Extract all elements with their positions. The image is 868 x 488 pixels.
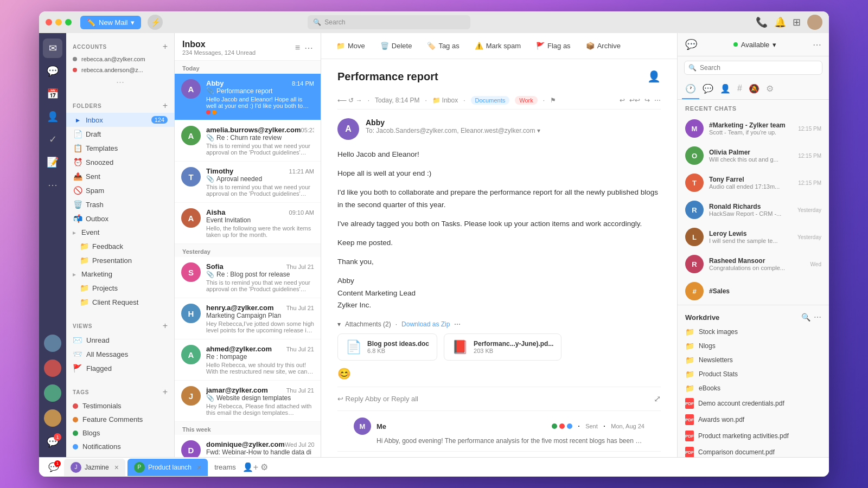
- chat-bottom-icon[interactable]: 💬: [46, 459, 62, 476]
- workdrive-file-demo[interactable]: PDF Demo account credentials.pdf: [678, 395, 829, 412]
- email-item-abby[interactable]: A Abby 8:14 PM 📎 Performance report Hell…: [175, 74, 321, 120]
- sidebar-icon-tasks[interactable]: ✓: [43, 130, 62, 149]
- move-button[interactable]: 📁 Move: [330, 38, 372, 53]
- minimize-button[interactable]: [55, 19, 62, 25]
- sidebar-avatar-4[interactable]: [44, 409, 61, 427]
- accounts-collapse[interactable]: ···: [66, 75, 174, 89]
- folder-snoozed[interactable]: ⏰ Snoozed: [66, 155, 174, 169]
- attachments-more-icon[interactable]: ⋯: [454, 320, 461, 328]
- reply-icon[interactable]: ↩: [620, 97, 625, 104]
- workdrive-search-icon[interactable]: 🔍: [801, 313, 810, 322]
- user-avatar[interactable]: [807, 15, 822, 30]
- more-panel-icon[interactable]: ⋯: [813, 40, 821, 50]
- sidebar-icon-chat-bottom[interactable]: 💬 1: [43, 432, 62, 452]
- phone-icon[interactable]: 📞: [756, 16, 768, 28]
- new-mail-dropdown-icon[interactable]: ▾: [131, 18, 135, 27]
- forward-flag-icon[interactable]: ⚑: [550, 97, 556, 104]
- attachment-pdf[interactable]: 📕 Performanc...y-June).pd... 203 KB: [444, 333, 561, 361]
- new-mail-button[interactable]: ✏️ New Mail ▾: [80, 16, 141, 29]
- reply-expand-icon[interactable]: ⤢: [654, 394, 661, 404]
- workdrive-folder-ebooks[interactable]: 📁 eBooks: [678, 381, 829, 395]
- chat-item-marketing[interactable]: M #Marketing - Zylker team Scott - Team,…: [678, 115, 829, 142]
- email-tag-work[interactable]: Work: [515, 96, 537, 105]
- thread-item-me[interactable]: M Me · Sent · Mon, Aug 24 Hi Abby, good …: [337, 410, 661, 451]
- reply-link[interactable]: ↩ Reply Abby or Reply all: [337, 395, 418, 403]
- delete-button[interactable]: 🗑️ Delete: [374, 38, 419, 53]
- tab-contacts[interactable]: 👤: [717, 79, 734, 99]
- workdrive-file-comparison[interactable]: PDF Comparison document.pdf: [678, 444, 829, 457]
- tag-blogs[interactable]: Blogs: [66, 426, 174, 440]
- account-item-2[interactable]: rebecca.anderson@z...: [66, 65, 174, 75]
- streams-settings-icon[interactable]: ⚙: [260, 462, 268, 472]
- chat-item-olivia[interactable]: O Olivia Palmer Will check this out and …: [678, 142, 829, 169]
- grid-icon[interactable]: ⊞: [793, 16, 801, 28]
- email-item-amelia[interactable]: A amelia.burrows@zylker.com 05:23 PM 📎 R…: [175, 120, 321, 162]
- sidebar-avatar-3[interactable]: [44, 384, 61, 402]
- tag-feature-comments[interactable]: Feature Comments: [66, 413, 174, 426]
- tag-testimonials[interactable]: Testimonials: [66, 399, 174, 413]
- bottom-tab-jazmine[interactable]: J Jazmine ×: [64, 459, 125, 476]
- download-zip-link[interactable]: Download as Zip: [401, 320, 450, 328]
- folder-projects[interactable]: 📁 Projects: [66, 281, 174, 295]
- email-item-henry[interactable]: H henry.a@zylker.com Thu Jul 21 Marketin…: [175, 298, 321, 339]
- sidebar-icon-contacts[interactable]: 👤: [43, 107, 62, 126]
- more-icon[interactable]: ⋯: [304, 43, 313, 53]
- email-item-timothy[interactable]: T Timothy 11:21 AM 📎 Aproval needed This…: [175, 162, 321, 203]
- filter-icon[interactable]: ≡: [295, 43, 300, 53]
- tab-hashtag[interactable]: #: [734, 79, 745, 99]
- view-unread[interactable]: ✉️ Unread: [66, 333, 174, 347]
- tab-chat[interactable]: 💬: [699, 79, 717, 99]
- chat-item-sales[interactable]: # #Sales: [678, 278, 829, 305]
- sidebar-icon-notes[interactable]: 📝: [43, 152, 62, 172]
- folder-sent[interactable]: 📤 Sent: [66, 169, 174, 183]
- email-item-dominique[interactable]: D dominique@zylker.com Wed Jul 20 Fwd: W…: [175, 435, 321, 457]
- folder-inbox[interactable]: ▸ Inbox 124: [66, 113, 174, 127]
- sidebar-icon-more[interactable]: ⋯: [43, 175, 62, 195]
- chat-item-tony[interactable]: T Tony Farrel Audio call ended 17:13m...…: [678, 169, 829, 196]
- reaction-icon[interactable]: 😊: [337, 368, 351, 380]
- bottom-tab-product-launch[interactable]: P Product launch ×: [127, 459, 208, 476]
- bottom-tab-jazmine-close[interactable]: ×: [114, 463, 119, 472]
- mark-spam-button[interactable]: ⚠️ Mark spam: [468, 38, 527, 53]
- right-panel-search-input[interactable]: [684, 61, 822, 75]
- attachment-doc[interactable]: 📄 Blog post ideas.doc 6.8 KB: [337, 333, 437, 361]
- streams-add-person-icon[interactable]: 👤+: [242, 462, 258, 472]
- workdrive-folder-product-stats[interactable]: 📁 Product Stats: [678, 367, 829, 381]
- close-button[interactable]: [46, 19, 52, 25]
- thread-item-abby-reply[interactable]: A Abby · Inbox · Wed, Aug 19 Great job, …: [337, 451, 661, 457]
- add-tag-button[interactable]: +: [163, 387, 168, 397]
- chat-panel-icon[interactable]: 💬: [685, 38, 697, 50]
- tag-newsletter[interactable]: Newsletter: [66, 453, 174, 457]
- email-item-aisha[interactable]: A Aisha 09:10 AM Event Invitation Hello,…: [175, 203, 321, 244]
- folder-feedback[interactable]: 📁 Feedback: [66, 239, 174, 253]
- forward-icon[interactable]: ↪: [644, 97, 650, 104]
- email-item-jamar[interactable]: J jamar@zylker.com Thu Jul 21 📎 Website …: [175, 381, 321, 422]
- folder-client-request[interactable]: 📁 Client Request: [66, 295, 174, 309]
- tag-notifications[interactable]: Notifications: [66, 440, 174, 453]
- sidebar-icon-chat[interactable]: 💬: [43, 61, 62, 81]
- workdrive-folder-nlogs[interactable]: 📁 Nlogs: [678, 339, 829, 353]
- add-account-button[interactable]: +: [163, 42, 168, 52]
- workdrive-file-awards[interactable]: PDF Awards won.pdf: [678, 412, 829, 428]
- folder-trash[interactable]: 🗑️ Trash: [66, 197, 174, 211]
- attachments-header[interactable]: ▾ Attachments (2) · Download as Zip ⋯: [337, 320, 661, 328]
- folder-marketing[interactable]: ▸ Marketing: [66, 267, 174, 281]
- email-tag-documents[interactable]: Documents: [471, 96, 510, 105]
- flag-as-button[interactable]: 🚩 Flag as: [529, 38, 577, 53]
- chat-item-rasheed[interactable]: R Rasheed Mansoor Congratulations on com…: [678, 251, 829, 278]
- archive-button[interactable]: 📦 Archive: [579, 38, 627, 53]
- email-item-ahmed[interactable]: A ahmed@zylker.com Thu Jul 21 Re : hompa…: [175, 339, 321, 381]
- folder-presentation[interactable]: 📁 Presentation: [66, 253, 174, 267]
- email-item-sofia[interactable]: S Sofia Thu Jul 21 📎 Re : Blog post for …: [175, 257, 321, 298]
- title-bar-search[interactable]: 🔍 Search: [308, 15, 470, 29]
- view-flagged[interactable]: 🚩 Flagged: [66, 361, 174, 375]
- chat-item-leroy[interactable]: L Leroy Lewis I will send the sample te.…: [678, 223, 829, 251]
- bell-icon[interactable]: 🔔: [774, 16, 786, 28]
- email-icon-action[interactable]: 👤: [647, 70, 661, 83]
- folder-templates[interactable]: 📋 Templates: [66, 141, 174, 155]
- sidebar-icon-calendar[interactable]: 📅: [43, 84, 62, 104]
- tab-settings-panel[interactable]: ⚙: [763, 79, 777, 99]
- workdrive-folder-stock[interactable]: 📁 Stock images: [678, 325, 829, 339]
- more-email-icon[interactable]: ⋯: [654, 97, 661, 104]
- expand-recipients-icon[interactable]: ▾: [537, 127, 540, 134]
